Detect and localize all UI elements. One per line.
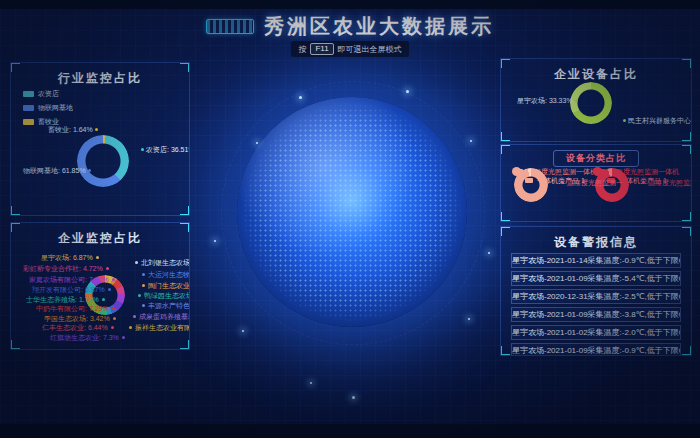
star-dot <box>214 240 216 242</box>
page-title: 秀洲区农业大数据展示 <box>264 13 494 40</box>
donut-label: 仁丰生态农业: 6.44% <box>42 323 114 333</box>
legend-item[interactable]: 农资店 <box>23 89 73 99</box>
enterprise-device-panel: 企业设备占比 星宇农场: 33.33% 民主村兴群服务中心: <box>500 58 692 142</box>
star-dot <box>242 330 244 332</box>
donut-label: 红旗塘生态农业: 7.3% <box>50 333 125 343</box>
star-dot <box>468 318 470 320</box>
star-dot <box>470 140 472 142</box>
label-dot <box>95 128 98 131</box>
globe <box>237 97 467 327</box>
label-dot <box>575 99 578 102</box>
star-dot <box>352 396 355 399</box>
donut-label: 陶门生态农业科技有限公 <box>142 281 190 291</box>
donut-label: 北刘银生态农场: 11.16% <box>135 258 190 268</box>
star-dot <box>299 96 302 99</box>
industry-monitor-panel: 行业监控占比 农资店 物联网基地 畜牧业 畜牧业: 1.64% 农资店: 36.… <box>10 62 190 216</box>
legend-label: 农资店 <box>38 89 59 99</box>
alarm-row: 星宇农场-2021-01-09采集温度:-0.9℃,低于下限0℃ <box>511 343 681 356</box>
fullscreen-hint: 按 F11 即可退出全屏模式 <box>0 41 700 57</box>
donut-knob <box>593 167 602 176</box>
donut-label: 中奶牛有限公司: 7.29% <box>36 304 115 314</box>
header: 秀洲区农业大数据展示 <box>0 13 700 40</box>
donut-label-agri-store: 农资店: 36.51% <box>139 145 190 155</box>
star-dot <box>310 382 312 384</box>
hint-prefix: 按 <box>298 44 306 55</box>
star-dot <box>488 252 490 254</box>
legend-item[interactable]: 物联网基地 <box>23 103 73 113</box>
top-band <box>0 0 700 9</box>
donut-callout-left: 温湿度光照监测一 <box>561 178 623 188</box>
donut-label-left: 星宇农场: 33.33% <box>517 96 580 106</box>
donut-label: 振祥生态农业有限公司: 6.87 <box>129 323 190 333</box>
donut-label: 家庭农场有限公司: 7.72% <box>29 275 115 285</box>
legend-label: 物联网基地 <box>38 103 73 113</box>
panel-title: 设备分类占比 <box>553 150 639 167</box>
donut-callout-right: 温湿度光照监测一 <box>642 178 692 188</box>
donut-knob <box>512 167 521 176</box>
donut-label-iot-base: 物联网基地: 61.85% <box>23 166 93 176</box>
bottom-band <box>0 424 700 438</box>
dashboard: 秀洲区农业大数据展示 按 F11 即可退出全屏模式 行业监控占比 农资店 物联网… <box>0 0 700 438</box>
label-dot <box>141 148 144 151</box>
device-alarm-panel: 设备警报信息 星宇农场-2021-01-14采集温度:-0.9℃,低于下限0℃ … <box>500 226 692 356</box>
label-dot <box>88 169 91 172</box>
hint-suffix: 即可退出全屏模式 <box>338 44 402 55</box>
globe-highlight <box>237 97 467 327</box>
panel-title: 企业监控占比 <box>11 230 189 247</box>
panel-title: 企业设备占比 <box>501 66 691 83</box>
star-dot <box>406 90 409 93</box>
legend-swatch <box>23 119 34 125</box>
f11-key-badge: F11 <box>310 43 333 55</box>
legend-swatch <box>23 91 34 97</box>
panel-title: 设备警报信息 <box>501 234 691 251</box>
donut-label: 成泉蛋鸡养殖基地: 15.02% <box>133 312 190 322</box>
donut-label: 鸭绿园生态农场: 4.29% <box>138 291 190 301</box>
panel-title: 行业监控占比 <box>11 70 189 87</box>
donut-label: 星宇农场: 6.87% <box>41 253 99 263</box>
alarm-row: 星宇农场-2021-01-02采集温度:-2.0℃,低于下限0℃ <box>511 325 681 340</box>
label-dot <box>623 119 626 122</box>
alarm-row: 星宇农场-2020-12-31采集温度:-2.5℃,低于下限0℃ <box>511 289 681 304</box>
donut-label: 丰源水产特色养殖场: 1. <box>142 301 190 311</box>
brand-logo <box>206 19 254 34</box>
donut-label: 大运河生态牧业有限责任公 <box>142 270 190 280</box>
donut-label-right: 民主村兴群服务中心: <box>621 116 692 126</box>
star-dot <box>256 142 258 144</box>
industry-donut-chart[interactable] <box>77 135 129 187</box>
alarm-row: 星宇农场-2021-01-14采集温度:-0.9℃,低于下限0℃ <box>511 253 681 268</box>
donut-label-livestock: 畜牧业: 1.64% <box>48 125 100 135</box>
alarm-row: 星宇农场-2021-01-09采集温度:-3.8℃,低于下限0℃ <box>511 307 681 322</box>
donut-label: 翔开发有限公司: 6.87% <box>32 285 111 295</box>
legend-swatch <box>23 105 34 111</box>
alarm-list: 星宇农场-2021-01-14采集温度:-0.9℃,低于下限0℃ 星宇农场-20… <box>511 253 681 356</box>
enterprise-monitor-panel: 企业监控占比 星宇农场: 6.87% 彩虹桥专业合作社: 4.72% 家庭农场有… <box>10 222 190 350</box>
donut-label: 彩虹桥专业合作社: 4.72% <box>23 264 109 274</box>
alarm-row: 星宇农场-2021-01-09采集温度:-5.4℃,低于下限0℃ <box>511 271 681 286</box>
device-category-panel: 设备分类占比 温湿度光照监测一体机 一体机类产品 1 温湿度光照监测一体机 一体… <box>500 144 692 222</box>
